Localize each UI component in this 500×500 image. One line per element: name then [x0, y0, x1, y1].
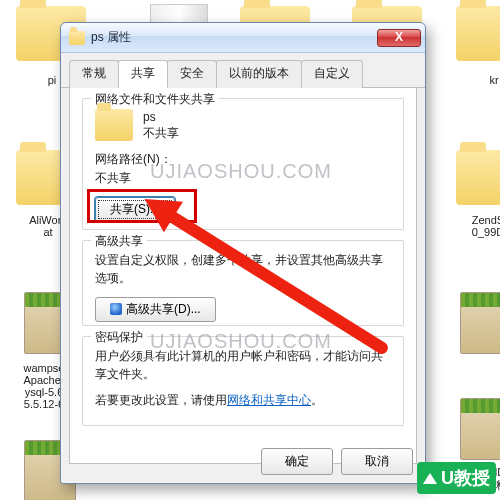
bg-label: kr — [454, 74, 500, 86]
cancel-button[interactable]: 取消 — [341, 448, 413, 475]
watermark: UJIAOSHOU.COM — [150, 160, 332, 183]
tab-previous-versions[interactable]: 以前的版本 — [216, 60, 302, 88]
text-fragment: 。 — [311, 393, 323, 407]
bg-label: ZendS 0_99D — [448, 214, 500, 238]
network-sharing-center-link[interactable]: 网络和共享中心 — [227, 393, 311, 407]
properties-dialog: ps 属性 X 常规 共享 安全 以前的版本 自定义 网络文件和文件夹共享 ps… — [60, 22, 426, 484]
share-status: 不共享 — [143, 125, 179, 141]
group-title: 高级共享 — [91, 233, 147, 250]
bg-folder — [456, 150, 500, 205]
arrow-up-icon — [423, 473, 437, 484]
bg-archive — [460, 292, 500, 354]
brand-logo: U教授 — [417, 462, 496, 494]
bg-folder — [456, 6, 500, 61]
tab-sharing[interactable]: 共享 — [118, 60, 168, 88]
password-desc-2: 若要更改此设置，请使用网络和共享中心。 — [95, 391, 391, 409]
tab-panel-sharing: 网络文件和文件夹共享 ps 不共享 网络路径(N)： 不共享 共享(S)... … — [69, 88, 417, 464]
advanced-share-button[interactable]: 高级共享(D)... — [95, 297, 216, 322]
brand-text: U教授 — [441, 466, 490, 490]
tab-strip: 常规 共享 安全 以前的版本 自定义 — [61, 53, 425, 88]
advanced-desc: 设置自定义权限，创建多个共享，并设置其他高级共享选项。 — [95, 251, 391, 287]
tab-general[interactable]: 常规 — [69, 60, 119, 88]
dialog-footer: 确定 取消 — [261, 448, 413, 475]
titlebar[interactable]: ps 属性 X — [61, 23, 425, 53]
share-name: ps — [143, 109, 179, 125]
group-advanced-sharing: 高级共享 设置自定义权限，创建多个共享，并设置其他高级共享选项。 高级共享(D)… — [82, 240, 404, 326]
folder-icon — [95, 109, 133, 141]
group-title: 密码保护 — [91, 329, 147, 346]
folder-icon — [69, 31, 85, 45]
close-button[interactable]: X — [377, 29, 421, 47]
shield-icon — [110, 303, 122, 315]
share-button[interactable]: 共享(S)... — [95, 197, 175, 222]
text-fragment: 若要更改此设置，请使用 — [95, 393, 227, 407]
window-title: ps 属性 — [91, 29, 377, 46]
watermark: UJIAOSHOU.COM — [150, 330, 332, 353]
bg-archive — [460, 398, 500, 460]
tab-customize[interactable]: 自定义 — [301, 60, 363, 88]
advanced-share-label: 高级共享(D)... — [126, 302, 201, 316]
ok-button[interactable]: 确定 — [261, 448, 333, 475]
tab-security[interactable]: 安全 — [167, 60, 217, 88]
